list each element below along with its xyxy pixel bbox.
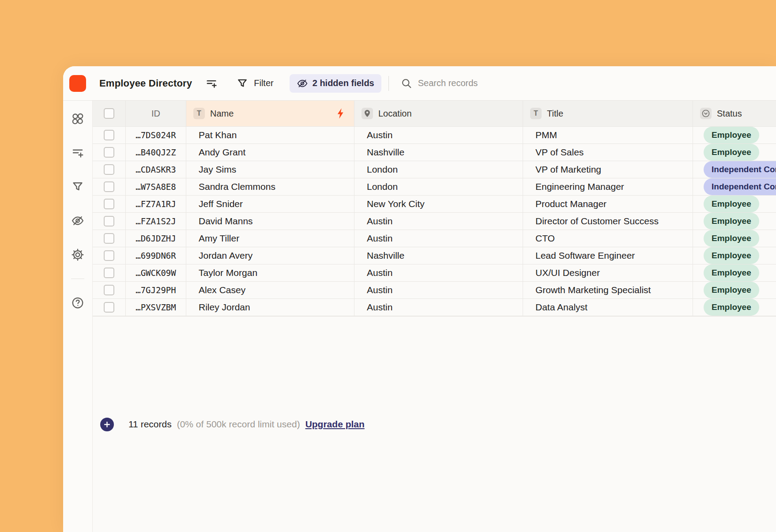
record-status-cell[interactable]: Independent Contractor	[693, 161, 776, 178]
help-icon[interactable]	[71, 296, 84, 309]
record-status-cell[interactable]: Employee	[693, 196, 776, 213]
record-status-cell[interactable]: Employee	[693, 230, 776, 247]
record-location[interactable]: London	[354, 161, 523, 178]
filter-button[interactable]: Filter	[254, 78, 273, 88]
status-badge: Employee	[704, 127, 759, 143]
record-name[interactable]: Taylor Morgan	[186, 264, 354, 282]
record-title[interactable]: Data Analyst	[523, 299, 693, 316]
record-title[interactable]: Growth Marketing Specialist	[523, 282, 693, 299]
record-location[interactable]: London	[354, 178, 523, 196]
row-checkbox[interactable]	[104, 199, 114, 209]
column-header-status[interactable]: Status	[693, 101, 776, 127]
record-location[interactable]: Austin	[354, 282, 523, 299]
record-location[interactable]: Austin	[354, 127, 523, 144]
add-record-button[interactable]	[100, 418, 114, 431]
add-row-icon[interactable]	[205, 77, 218, 90]
column-label: Location	[378, 109, 412, 119]
table-row: …GWCK09W Taylor Morgan Austin UX/UI Desi…	[93, 264, 776, 282]
row-checkbox[interactable]	[104, 233, 114, 244]
funnel-icon[interactable]	[236, 77, 249, 90]
record-status-cell[interactable]: Independent Contractor	[693, 178, 776, 196]
record-id: …FZA1S2J	[126, 213, 186, 230]
record-status-cell[interactable]: Employee	[693, 213, 776, 230]
table-row: …FZA1S2J David Manns Austin Director of …	[93, 213, 776, 230]
record-limit-note: (0% of 500k record limit used)	[177, 419, 300, 430]
column-header-name[interactable]: T Name	[186, 101, 354, 127]
row-select-cell	[93, 282, 126, 299]
row-select-cell	[93, 178, 126, 196]
record-status-cell[interactable]: Employee	[693, 282, 776, 299]
column-header-id[interactable]: ID	[126, 101, 186, 127]
record-name[interactable]: David Manns	[186, 213, 354, 230]
gear-icon[interactable]	[71, 248, 84, 261]
record-name[interactable]: Riley Jordan	[186, 299, 354, 316]
column-label: Title	[547, 109, 563, 119]
row-checkbox[interactable]	[104, 130, 114, 140]
record-location[interactable]: Austin	[354, 213, 523, 230]
record-id: …B40QJ2Z	[126, 144, 186, 161]
status-badge: Employee	[704, 196, 759, 212]
sidebar	[63, 101, 93, 532]
lightning-icon	[335, 107, 347, 120]
add-row-icon[interactable]	[71, 146, 84, 159]
row-checkbox[interactable]	[104, 164, 114, 175]
grid-icon[interactable]	[71, 112, 84, 125]
toolbar-divider	[388, 76, 389, 91]
record-status-cell[interactable]: Employee	[693, 247, 776, 264]
record-name[interactable]: Andy Grant	[186, 144, 354, 161]
record-title[interactable]: Lead Software Engineer	[523, 247, 693, 264]
record-name[interactable]: Pat Khan	[186, 127, 354, 144]
row-checkbox[interactable]	[104, 285, 114, 295]
record-title[interactable]: Product Manager	[523, 196, 693, 213]
record-id: …699DN6R	[126, 247, 186, 264]
table-row: …7DS024R Pat Khan Austin PMM Employee	[93, 127, 776, 144]
hidden-fields-button[interactable]: 2 hidden fields	[290, 74, 381, 93]
record-location[interactable]: New York City	[354, 196, 523, 213]
record-location[interactable]: Austin	[354, 264, 523, 282]
record-id: …PXSVZBM	[126, 299, 186, 316]
eye-slash-icon[interactable]	[71, 214, 84, 227]
record-title[interactable]: CTO	[523, 230, 693, 247]
row-checkbox[interactable]	[104, 302, 114, 313]
record-id: …D6JDZHJ	[126, 230, 186, 247]
record-status-cell[interactable]: Employee	[693, 127, 776, 144]
record-name[interactable]: Amy Tiller	[186, 230, 354, 247]
search-box[interactable]	[400, 77, 542, 90]
record-location[interactable]: Nashville	[354, 247, 523, 264]
row-checkbox[interactable]	[104, 250, 114, 261]
record-status-cell[interactable]: Employee	[693, 299, 776, 316]
search-input[interactable]	[418, 78, 542, 88]
record-location[interactable]: Nashville	[354, 144, 523, 161]
column-label: Name	[210, 109, 234, 119]
row-checkbox[interactable]	[104, 181, 114, 192]
record-name[interactable]: Sandra Clemmons	[186, 178, 354, 196]
record-title[interactable]: UX/UI Designer	[523, 264, 693, 282]
row-select-cell	[93, 144, 126, 161]
record-name[interactable]: Jordan Avery	[186, 247, 354, 264]
record-location[interactable]: Austin	[354, 299, 523, 316]
funnel-icon[interactable]	[71, 180, 84, 193]
record-status-cell[interactable]: Employee	[693, 264, 776, 282]
upgrade-plan-link[interactable]: Upgrade plan	[305, 419, 365, 430]
record-id: …7GJ29PH	[126, 282, 186, 299]
row-checkbox[interactable]	[104, 216, 114, 226]
select-all-cell	[93, 101, 126, 127]
row-checkbox[interactable]	[104, 147, 114, 158]
record-id: …FZ7A1RJ	[126, 196, 186, 213]
record-name[interactable]: Jeff Snider	[186, 196, 354, 213]
record-title[interactable]: VP of Marketing	[523, 161, 693, 178]
record-status-cell[interactable]: Employee	[693, 144, 776, 161]
row-checkbox[interactable]	[104, 268, 114, 278]
select-all-checkbox[interactable]	[104, 108, 114, 119]
record-title[interactable]: VP of Sales	[523, 144, 693, 161]
status-badge: Independent Contractor	[704, 178, 776, 195]
record-title[interactable]: Engineering Manager	[523, 178, 693, 196]
column-header-location[interactable]: Location	[354, 101, 523, 127]
record-name[interactable]: Alex Casey	[186, 282, 354, 299]
column-header-title[interactable]: T Title	[523, 101, 693, 127]
record-title[interactable]: PMM	[523, 127, 693, 144]
table-row: …7GJ29PH Alex Casey Austin Growth Market…	[93, 282, 776, 299]
record-location[interactable]: Austin	[354, 230, 523, 247]
record-name[interactable]: Jay Sims	[186, 161, 354, 178]
record-title[interactable]: Director of Customer Success	[523, 213, 693, 230]
